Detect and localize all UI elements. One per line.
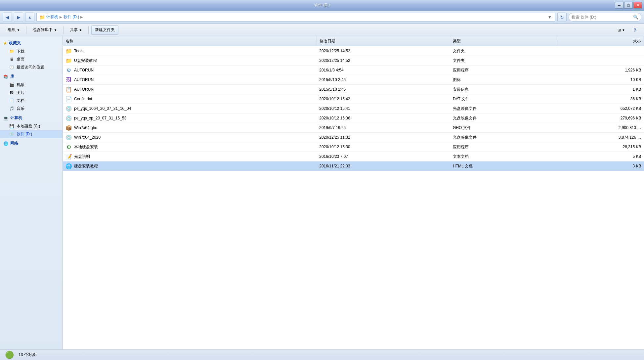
- file-name-cell-1: 📁 Tools: [63, 46, 317, 56]
- organize-button[interactable]: 组织 ▼: [4, 25, 23, 35]
- file-date-5: 2015/5/10 2:45: [317, 85, 450, 94]
- title-bar: 软件 (D:) ─ □ ✕: [0, 0, 644, 11]
- file-name-cell-11: ⚙ 本地硬盘安装: [63, 142, 317, 152]
- sidebar-item-docs[interactable]: 📄 文档: [0, 97, 63, 105]
- restore-button[interactable]: □: [624, 2, 633, 9]
- file-icon-5: 📋: [65, 86, 72, 93]
- sidebar-header-computer[interactable]: 💻 计算机: [0, 114, 63, 122]
- file-date-12: 2016/10/23 7:07: [317, 152, 450, 161]
- file-icon-3: ⚙: [65, 67, 72, 73]
- col-header-date[interactable]: 修改日期: [317, 36, 450, 46]
- status-app-icon: 🟢: [4, 350, 15, 360]
- table-row[interactable]: 📁 Tools 2020/12/25 14:52文件夹: [63, 46, 644, 56]
- file-icon-10: 💿: [65, 134, 72, 141]
- favorites-label: 收藏夹: [9, 40, 21, 46]
- file-icon-12: 📝: [65, 153, 72, 160]
- table-row[interactable]: 📋 AUTORUN 2015/5/10 2:45安装信息1 KB: [63, 85, 644, 94]
- search-box[interactable]: 🔍: [569, 13, 641, 22]
- file-size-6: 36 KB: [557, 94, 644, 104]
- disk-d-label: 软件 (D:): [17, 131, 32, 137]
- file-date-9: 2019/9/7 19:25: [317, 123, 450, 133]
- col-header-type[interactable]: 类型: [450, 36, 557, 46]
- file-date-1: 2020/12/25 14:52: [317, 46, 450, 56]
- col-header-size[interactable]: 大小: [557, 36, 644, 46]
- refresh-button[interactable]: ↻: [557, 13, 567, 22]
- minimize-button[interactable]: ─: [615, 2, 623, 9]
- table-row[interactable]: ⚙ AUTORUN 2016/1/8 4:54应用程序1,926 KB: [63, 66, 644, 75]
- file-list: 名称 修改日期 类型 大小 📁 Tools 2020/12/25 14:52文件…: [63, 36, 644, 349]
- forward-button[interactable]: ▶: [14, 13, 23, 22]
- file-type-11: 应用程序: [450, 142, 557, 152]
- file-icon-9: 📦: [65, 124, 72, 131]
- breadcrumb-sep-1: ▶: [60, 15, 62, 19]
- sidebar-item-videos[interactable]: 🎬 视频: [0, 81, 63, 89]
- sidebar-header-favorites[interactable]: ★ 收藏夹: [0, 39, 63, 47]
- new-folder-button[interactable]: 新建文件夹: [91, 25, 118, 35]
- col-header-name[interactable]: 名称: [63, 36, 317, 46]
- search-input[interactable]: [572, 15, 632, 20]
- view-dropdown-icon: ▼: [622, 28, 625, 32]
- close-button[interactable]: ✕: [633, 2, 642, 9]
- back-button[interactable]: ◀: [3, 13, 12, 22]
- help-button[interactable]: ?: [630, 25, 640, 35]
- file-icon-2: 📁: [65, 57, 72, 64]
- table-row[interactable]: 💿 pe_yqs_1064_20_07_31_16_04 2020/10/12 …: [63, 104, 644, 113]
- table-row[interactable]: 📝 光盘说明 2016/10/23 7:07文本文档5 KB: [63, 152, 644, 161]
- sidebar-item-downloads[interactable]: 📁 下载: [0, 47, 63, 55]
- file-type-3: 应用程序: [450, 66, 557, 75]
- help-icon: ?: [633, 27, 636, 33]
- file-date-6: 2020/10/12 15:42: [317, 94, 450, 104]
- table-row[interactable]: ⚙ 本地硬盘安装 2020/10/12 15:30应用程序28,315 KB: [63, 142, 644, 152]
- share-button[interactable]: 共享 ▼: [66, 25, 86, 35]
- sidebar-item-disk-c[interactable]: 💾 本地磁盘 (C:): [0, 122, 63, 130]
- toolbar-separator-1: [26, 26, 26, 34]
- main-area: ★ 收藏夹 📁 下载 🖥 桌面 🕐 最近访问的位置 📚 库: [0, 36, 644, 349]
- sidebar-section-network: 🌐 网络: [0, 139, 63, 148]
- sidebar-section-libraries: 📚 库 🎬 视频 🖼 图片 📄 文档 🎵 音乐: [0, 72, 63, 112]
- table-row[interactable]: 📦 Win7x64.gho 2019/9/7 19:25GHO 文件2,900,…: [63, 123, 644, 133]
- breadcrumb-computer[interactable]: 计算机: [46, 14, 58, 20]
- sidebar-item-desktop[interactable]: 🖥 桌面: [0, 55, 63, 63]
- table-row[interactable]: 📄 Config.dat 2020/10/12 15:42DAT 文件36 KB: [63, 94, 644, 104]
- music-icon: 🎵: [9, 106, 15, 112]
- file-size-9: 2,900,813 …: [557, 123, 644, 133]
- file-date-3: 2016/1/8 4:54: [317, 66, 450, 75]
- table-row[interactable]: 🖼 AUTORUN 2015/5/10 2:45图标10 KB: [63, 75, 644, 85]
- file-name-cell-9: 📦 Win7x64.gho: [63, 123, 317, 133]
- breadcrumb-drive[interactable]: 软件 (D:): [64, 14, 79, 20]
- file-date-7: 2020/10/12 15:41: [317, 104, 450, 113]
- recent-label: 最近访问的位置: [17, 65, 44, 70]
- file-type-1: 文件夹: [450, 46, 557, 56]
- file-name-2: U盘安装教程: [74, 58, 97, 64]
- file-date-11: 2020/10/12 15:30: [317, 142, 450, 152]
- library-button[interactable]: 包含到库中 ▼: [29, 25, 61, 35]
- sidebar-item-pictures[interactable]: 🖼 图片: [0, 89, 63, 97]
- file-icon-11: ⚙: [65, 144, 72, 150]
- file-name-5: AUTORUN: [74, 87, 94, 92]
- sidebar-item-music[interactable]: 🎵 音乐: [0, 105, 63, 112]
- file-size-13: 3 KB: [557, 161, 644, 171]
- sidebar-header-libraries[interactable]: 📚 库: [0, 72, 63, 81]
- table-row[interactable]: 💿 pe_yqs_xp_20_07_31_15_53 2020/10/12 15…: [63, 113, 644, 123]
- downloads-icon: 📁: [9, 48, 15, 54]
- view-button[interactable]: ⊞ ▼: [614, 25, 629, 35]
- table-row[interactable]: 📁 U盘安装教程 2020/12/25 14:52文件夹: [63, 56, 644, 66]
- up-button[interactable]: ▲: [25, 13, 34, 22]
- libraries-label: 库: [10, 74, 14, 79]
- file-name-cell-10: 💿 Win7x64_2020: [63, 133, 317, 142]
- desktop-label: 桌面: [17, 57, 24, 62]
- file-size-7: 652,072 KB: [557, 104, 644, 113]
- file-name-10: Win7x64_2020: [74, 135, 101, 140]
- table-row[interactable]: 🌐 硬盘安装教程 2016/11/21 22:03HTML 文档3 KB: [63, 161, 644, 171]
- disk-d-icon: 💿: [9, 131, 15, 137]
- breadcrumb-bar: 📁 计算机 ▶ 软件 (D:) ▶ ▼: [36, 13, 555, 22]
- sidebar-item-disk-d[interactable]: 💿 软件 (D:): [0, 130, 63, 138]
- sidebar-item-recent[interactable]: 🕐 最近访问的位置: [0, 63, 63, 71]
- file-icon-13: 🌐: [65, 163, 72, 169]
- sidebar-header-network[interactable]: 🌐 网络: [0, 139, 63, 148]
- docs-icon: 📄: [9, 98, 15, 104]
- table-row[interactable]: 💿 Win7x64_2020 2020/12/25 11:32光盘映像文件3,8…: [63, 133, 644, 142]
- status-bar: 🟢 13 个对象: [0, 349, 644, 360]
- file-name-cell-8: 💿 pe_yqs_xp_20_07_31_15_53: [63, 113, 317, 123]
- breadcrumb-dropdown-button[interactable]: ▼: [547, 15, 552, 20]
